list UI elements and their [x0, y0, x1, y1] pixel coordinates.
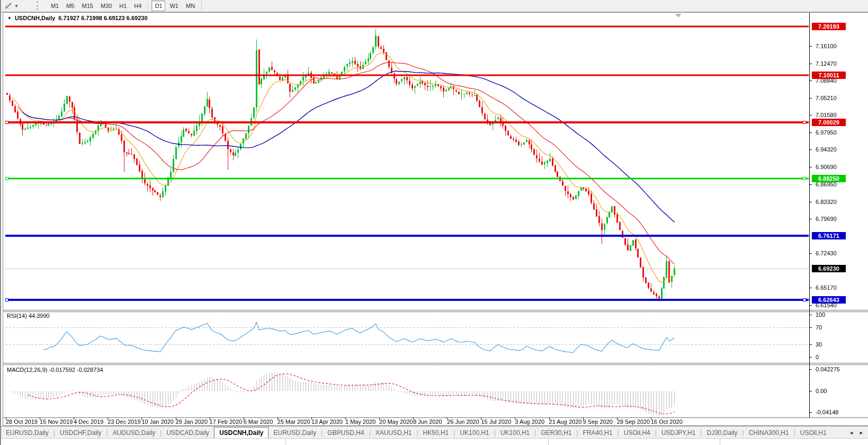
- macd-axis-tick: 0.00: [816, 388, 827, 394]
- price-axis-tick: 6.97950: [816, 129, 837, 136]
- rsi-label: RSI(14) 44.3990: [7, 313, 50, 319]
- price-axis-tick: 7.12470: [816, 60, 837, 67]
- timeframe-button-m15[interactable]: M15: [78, 1, 96, 11]
- price-badge-7-00029: 7.00029: [812, 119, 846, 126]
- chart-tab-usdcnh-daily[interactable]: USDCNH,Daily: [214, 427, 269, 439]
- price-badge-6-88250: 6.88250: [812, 175, 846, 182]
- chart-title: ▼ USDCNH,Daily 6.71927 6.71998 6.69123 6…: [7, 15, 148, 21]
- chart-tab-uk100-h1[interactable]: UK100,H1: [455, 426, 494, 439]
- price-axis-tick: 6.86950: [816, 181, 837, 188]
- date-axis-label: 28 Sep 2020: [617, 419, 650, 425]
- macd-axis-tick: -0.04148: [816, 409, 838, 415]
- chart-tab-usoil-h4[interactable]: USOil,H4: [619, 426, 655, 439]
- timeframe-button-mn[interactable]: MN: [183, 1, 198, 11]
- price-axis-tick: 7.05210: [816, 95, 837, 101]
- price-axis-tick: 7.16100: [816, 43, 837, 49]
- timeframe-button-m30[interactable]: M30: [97, 1, 115, 11]
- rsi-axis-tick: 0: [816, 354, 819, 360]
- price-badge-7-10011: 7.10011: [812, 72, 846, 79]
- price-badge-6-62643: 6.62643: [812, 296, 846, 304]
- date-axis-label: 28 Oct 2019: [6, 419, 38, 425]
- timeframe-button-h4[interactable]: H4: [131, 1, 145, 11]
- toolbar-separator: [201, 2, 202, 10]
- chart-tab-eurusd-daily[interactable]: EURUSD,Daily: [1, 426, 53, 439]
- price-axis-tick: 6.72430: [816, 250, 837, 256]
- timeframe-buttons: M1M5M15M30H1H4D1W1MN: [47, 1, 204, 11]
- rsi-axis-tick: 70: [816, 324, 822, 331]
- status-divider: [285, 439, 286, 445]
- date-axis-label: 20 May 2020: [379, 419, 413, 425]
- chart-tab-audusd-daily[interactable]: AUDUSD,Daily: [108, 426, 160, 439]
- chart-tab-eurusd-daily[interactable]: EURUSD,Daily: [269, 426, 321, 439]
- date-axis-label: 4 Dec 2019: [74, 419, 103, 425]
- line-studies-button[interactable]: ▼: [1, 0, 22, 12]
- toolbar-grip: [37, 2, 40, 10]
- rsi-axis-tick: 30: [816, 341, 822, 348]
- timeframe-toolbar: ▼ M1M5M15M30H1H4D1W1MN: [1, 0, 868, 12]
- price-axis-tick: 7.01580: [816, 112, 837, 118]
- chart-tab-usdchf-daily[interactable]: USDCHF,Daily: [55, 426, 106, 439]
- price-axis-tick: 6.83320: [816, 199, 837, 205]
- current-price-badge: 6.69230: [812, 265, 846, 272]
- chart-tab-usoil-h1[interactable]: USOil,H1: [795, 426, 831, 439]
- chart-window: ▼ USDCNH,Daily 6.71927 6.71998 6.69123 6…: [3, 12, 868, 426]
- chart-tab-gbpusd-h4[interactable]: GBPUSD,H4: [323, 426, 369, 439]
- price-axis-tick: 6.79690: [816, 216, 837, 222]
- price-axis-tick: 6.94320: [816, 146, 837, 153]
- date-axis-label: 10 Jan 2020: [141, 419, 174, 425]
- date-axis-label: 21 Aug 2020: [549, 419, 582, 425]
- toolbar-separator: [148, 2, 148, 10]
- tab-scroll-left-icon[interactable]: ◄: [849, 430, 854, 435]
- status-bar: [1, 438, 868, 445]
- chart-symbol: USDCNH,Daily: [15, 15, 55, 21]
- symbol-caret-icon[interactable]: ▼: [7, 16, 12, 21]
- chart-tab-hk50-h1[interactable]: HK50,H1: [418, 426, 454, 439]
- timeframe-button-w1[interactable]: W1: [166, 1, 182, 11]
- rsi-axis-tick: 100: [816, 312, 825, 318]
- date-axis-label: 6 Mar 2020: [244, 419, 273, 425]
- chart-tab-dj30-daily[interactable]: DJ30,Daily: [702, 426, 742, 439]
- tab-scroll-right-icon[interactable]: ►: [859, 430, 864, 435]
- line-studies-icon: [4, 2, 13, 10]
- price-axis-tick: 6.65170: [816, 284, 837, 291]
- date-axis-label: 3 Aug 2020: [515, 419, 545, 425]
- date-axis-label: 16 Oct 2020: [651, 419, 683, 425]
- chart-tab-ger30-h1[interactable]: GER30,H1: [536, 426, 576, 439]
- timeframe-button-h1[interactable]: H1: [116, 1, 130, 11]
- macd-axis-tick: 0.042275: [816, 366, 840, 372]
- chart-tab-xauusd-h1[interactable]: XAUUSD,H1: [371, 426, 417, 439]
- chart-quotes: 6.71927 6.71998 6.69123 6.69230: [58, 15, 147, 21]
- date-axis-label: 29 Jan 2020: [176, 419, 208, 425]
- price-chart-canvas[interactable]: [3, 13, 868, 425]
- price-axis-tick: 6.90690: [816, 164, 837, 170]
- date-axis-label: 23 Dec 2019: [108, 419, 140, 425]
- chevron-down-icon[interactable]: ▼: [14, 4, 19, 8]
- chart-tab-usdjpy-h1[interactable]: USDJPY,H1: [657, 426, 700, 439]
- price-badge-7-20193: 7.20193: [812, 23, 846, 30]
- status-divider: [720, 439, 720, 445]
- date-axis-label: 26 Jun 2020: [447, 419, 479, 425]
- mt4-window: ▼ M1M5M15M30H1H4D1W1MN ▼ USDCNH,Daily 6.…: [0, 0, 868, 445]
- timeframe-button-d1[interactable]: D1: [151, 1, 165, 11]
- chart-tab-uk100-h1[interactable]: UK100,H1: [496, 426, 534, 439]
- date-axis-label: 25 Mar 2020: [278, 419, 310, 425]
- scroll-indicator-icon: [675, 14, 682, 17]
- status-divider: [548, 439, 549, 445]
- date-axis-label: 9 Sep 2020: [583, 419, 613, 425]
- price-badge-6-76171: 6.76171: [812, 232, 846, 239]
- macd-label: MACD(12,26,9) -0.017592 -0.028734: [7, 367, 103, 373]
- date-axis-label: 13 Apr 2020: [311, 419, 343, 425]
- timeframe-button-m1[interactable]: M1: [48, 1, 62, 11]
- tab-scroll-arrows: ◄►: [844, 426, 868, 439]
- chart-tab-bar: EURUSD,Daily|USDCHF,Daily|AUDUSD,Daily|U…: [1, 426, 868, 439]
- chart-tab-fra40-h1[interactable]: FRA40,H1: [578, 426, 618, 439]
- date-axis-label: 17 Feb 2020: [210, 419, 243, 425]
- timeframe-button-m5[interactable]: M5: [63, 1, 77, 11]
- date-axis-label: 8 Jun 2020: [413, 419, 442, 425]
- date-axis-label: 15 Nov 2019: [40, 419, 73, 425]
- chart-tab-china300-h1[interactable]: CHINA300,H1: [744, 426, 794, 439]
- chart-tab-usdcad-daily[interactable]: USDCAD,Daily: [162, 426, 214, 439]
- date-axis-label: 1 May 2020: [345, 419, 375, 425]
- date-axis-label: 15 Jul 2020: [481, 419, 511, 425]
